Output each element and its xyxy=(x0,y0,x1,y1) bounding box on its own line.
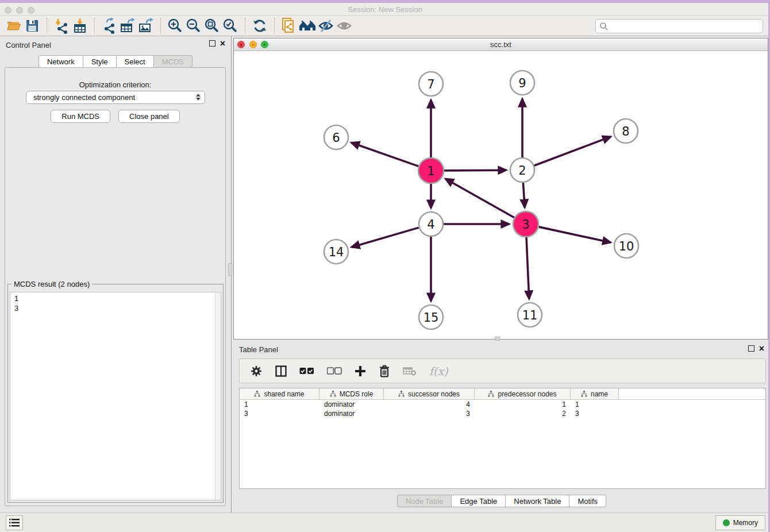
column-header-label: shared name xyxy=(264,390,304,398)
search-field[interactable] xyxy=(595,19,763,33)
gear-icon[interactable] xyxy=(250,365,263,377)
toolbar-separator xyxy=(245,18,245,34)
close-panel-button[interactable]: Close panel xyxy=(118,110,180,123)
graph-edge-2-3[interactable] xyxy=(523,183,525,207)
column-header-MCDS-role[interactable]: MCDS role xyxy=(319,388,384,399)
memory-button[interactable]: Memory xyxy=(715,515,765,530)
table-panel-header: Table Panel × xyxy=(233,342,770,357)
status-bar: Memory xyxy=(0,512,770,532)
zoom-selected-icon[interactable] xyxy=(221,17,240,34)
graph-node-label-1: 1 xyxy=(427,164,434,178)
horizontal-splitter-handle[interactable] xyxy=(495,337,500,341)
table-cell[interactable]: 3 xyxy=(384,409,475,418)
control-panel: Control Panel × Network Style Select MCD… xyxy=(0,36,232,512)
close-panel-icon[interactable]: × xyxy=(220,40,225,47)
graph-node-label-2: 2 xyxy=(518,164,526,178)
network-window-titlebar[interactable]: x − + scc.txt xyxy=(234,38,768,51)
column-header-successor-nodes[interactable]: successor nodes xyxy=(384,388,475,399)
close-table-panel-icon[interactable]: × xyxy=(759,345,764,352)
export-table-icon[interactable] xyxy=(118,17,137,34)
deselect-all-rows-icon[interactable] xyxy=(327,367,342,376)
table-toolbar: f(x) xyxy=(239,358,766,383)
graph-edge-2-8[interactable] xyxy=(534,137,611,165)
graph-edge-1-2[interactable] xyxy=(444,170,506,171)
table-cell[interactable]: 4 xyxy=(384,400,475,409)
column-header-label: MCDS role xyxy=(340,390,374,398)
zoom-fit-icon[interactable] xyxy=(203,17,221,34)
mcds-result-textarea[interactable]: 13 xyxy=(10,292,221,500)
export-image-icon[interactable] xyxy=(137,17,155,34)
criterion-dropdown[interactable]: strongly connected component xyxy=(26,91,205,104)
table-cell[interactable]: 1 xyxy=(240,400,319,409)
float-panel-icon[interactable] xyxy=(209,40,215,47)
show-all-icon[interactable] xyxy=(335,17,353,34)
graph-node-label-3: 3 xyxy=(522,218,529,232)
search-icon xyxy=(599,22,609,31)
hide-selected-icon[interactable] xyxy=(317,17,335,34)
search-input[interactable] xyxy=(609,22,763,30)
network-canvas[interactable]: 7968124314101511 xyxy=(234,51,768,339)
tab-select[interactable]: Select xyxy=(116,55,154,68)
mcds-result-scrollbar[interactable] xyxy=(215,292,221,500)
table-tabs: Node Table Edge Table Network Table Moti… xyxy=(233,495,770,507)
desktop-background-strip xyxy=(0,0,770,3)
tab-node-table[interactable]: Node Table xyxy=(397,495,452,507)
network-graph[interactable]: 7968124314101511 xyxy=(234,51,768,339)
column-header-predecessor-nodes[interactable]: predecessor nodes xyxy=(475,388,571,399)
tab-edge-table[interactable]: Edge Table xyxy=(451,495,506,507)
mcds-panel-body: Optimization criterion: strongly connect… xyxy=(5,67,226,506)
import-network-icon[interactable] xyxy=(52,17,71,34)
float-table-panel-icon[interactable] xyxy=(748,345,754,352)
control-panel-header: Control Panel × xyxy=(0,36,231,53)
table-cell[interactable]: 1 xyxy=(571,400,619,409)
tab-style[interactable]: Style xyxy=(83,55,117,68)
column-header-name[interactable]: name xyxy=(571,388,619,399)
optimization-criterion-label: Optimization criterion: xyxy=(5,80,225,89)
control-panel-tabs: Network Style Select MCDS xyxy=(0,55,231,68)
table-cell[interactable]: 2 xyxy=(475,409,571,418)
zoom-out-icon[interactable] xyxy=(184,17,203,34)
graph-node-label-4: 4 xyxy=(427,218,434,232)
open-session-icon[interactable] xyxy=(5,17,23,34)
first-neighbors-icon[interactable] xyxy=(298,17,317,34)
tab-motifs[interactable]: Motifs xyxy=(569,495,606,507)
table-row[interactable]: 1dominator411 xyxy=(240,400,765,409)
list-icon xyxy=(9,519,20,527)
tab-network-table[interactable]: Network Table xyxy=(505,495,569,507)
tab-network[interactable]: Network xyxy=(38,55,83,68)
tab-mcds[interactable]: MCDS xyxy=(153,55,192,68)
run-mcds-button[interactable]: Run MCDS xyxy=(51,110,110,123)
export-network-icon[interactable] xyxy=(100,17,118,34)
graph-edge-4-14[interactable] xyxy=(352,228,419,247)
import-table-icon[interactable] xyxy=(71,17,89,34)
graph-edge-3-11[interactable] xyxy=(526,237,529,299)
table-cell[interactable]: dominator xyxy=(319,400,384,409)
table-row[interactable]: 3dominator323 xyxy=(240,409,765,418)
select-all-rows-icon[interactable] xyxy=(299,367,314,376)
table-cell[interactable]: 3 xyxy=(240,409,319,418)
table-cell[interactable]: 3 xyxy=(571,409,619,418)
graph-node-label-7: 7 xyxy=(427,78,434,91)
vertical-splitter-handle[interactable] xyxy=(228,263,232,276)
delete-table-icon[interactable] xyxy=(403,366,417,376)
table-cell[interactable]: dominator xyxy=(319,409,384,418)
save-session-icon[interactable] xyxy=(23,17,41,34)
attribute-tree-icon xyxy=(398,391,405,397)
new-network-from-selection-icon[interactable] xyxy=(280,17,298,34)
graph-edge-3-10[interactable] xyxy=(538,227,610,242)
refresh-layout-icon[interactable] xyxy=(251,17,269,34)
function-builder-icon[interactable]: f(x) xyxy=(429,365,448,377)
task-history-button[interactable] xyxy=(6,515,23,530)
zoom-in-icon[interactable] xyxy=(166,17,184,34)
dropdown-stepper-icon xyxy=(196,94,201,101)
mcds-result-legend: MCDS result (2 nodes) xyxy=(11,280,92,288)
show-columns-icon[interactable] xyxy=(275,365,287,377)
table-cell[interactable]: 1 xyxy=(475,400,571,409)
column-header-shared-name[interactable]: shared name xyxy=(240,388,319,399)
table-panel-title: Table Panel xyxy=(239,345,278,354)
node-table[interactable]: shared nameMCDS rolesuccessor nodesprede… xyxy=(239,388,766,489)
add-column-icon[interactable] xyxy=(355,365,366,377)
graph-edge-3-1[interactable] xyxy=(445,179,514,217)
delete-column-icon[interactable] xyxy=(379,365,390,377)
graph-edge-1-6[interactable] xyxy=(351,142,418,166)
